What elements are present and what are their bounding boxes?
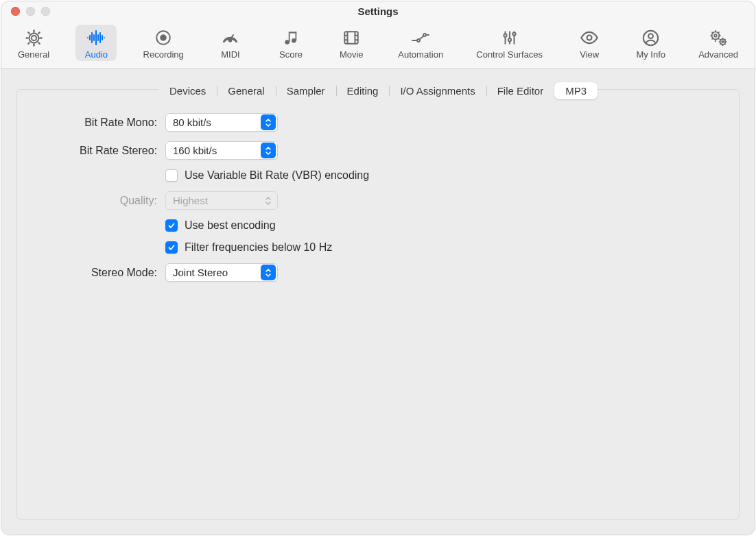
svg-rect-12 <box>344 32 358 43</box>
svg-point-0 <box>32 35 36 40</box>
toolbar-item-control-surfaces[interactable]: Control Surfaces <box>469 25 550 61</box>
stereo-mode-label: Stereo Mode: <box>34 267 157 279</box>
gauge-icon <box>220 27 241 48</box>
gears-icon <box>708 27 729 48</box>
tab-file-editor[interactable]: File Editor <box>486 82 555 99</box>
tab-sampler[interactable]: Sampler <box>276 82 336 99</box>
svg-point-22 <box>714 34 717 37</box>
bit-rate-mono-label: Bit Rate Mono: <box>34 117 157 129</box>
settings-window: Settings General <box>1 1 755 535</box>
svg-rect-8 <box>289 34 290 42</box>
stereo-mode-popup[interactable]: Joint Stereo <box>165 263 278 282</box>
bit-rate-mono-popup[interactable]: 80 kbit/s <box>165 113 278 132</box>
svg-point-15 <box>504 34 506 37</box>
tab-io-assignments[interactable]: I/O Assignments <box>389 82 486 99</box>
best-encoding-checkbox[interactable] <box>165 219 178 232</box>
svg-point-13 <box>417 39 420 42</box>
person-circle-icon <box>641 27 661 48</box>
tab-general[interactable]: General <box>217 82 275 99</box>
waveform-icon <box>86 27 106 48</box>
filter-low-label: Filter frequencies below 10 Hz <box>185 241 332 254</box>
window-controls <box>1 7 50 16</box>
svg-point-6 <box>229 39 231 41</box>
eye-icon <box>579 27 600 48</box>
best-encoding-label: Use best encoding <box>185 219 276 232</box>
toolbar-label: MIDI <box>221 49 239 60</box>
toolbar-item-view[interactable]: View <box>569 25 610 61</box>
film-icon <box>341 27 362 48</box>
titlebar: Settings <box>1 1 755 21</box>
music-notes-icon <box>281 27 301 48</box>
stepper-arrows-icon <box>261 114 276 130</box>
mp3-form: Bit Rate Mono: 80 kbit/s Bit Rate Stereo… <box>34 113 722 282</box>
quality-value: Highest <box>166 195 259 206</box>
tab-editing[interactable]: Editing <box>336 82 390 99</box>
sliders-icon <box>499 27 520 48</box>
svg-point-24 <box>722 41 724 43</box>
toolbar-item-general[interactable]: General <box>11 25 56 61</box>
window-title: Settings <box>1 5 755 17</box>
svg-rect-11 <box>289 32 296 33</box>
bit-rate-stereo-value: 160 kbit/s <box>166 145 259 156</box>
vbr-label: Use Variable Bit Rate (VBR) encoding <box>185 169 369 182</box>
toolbar-label: Automation <box>398 49 443 60</box>
tab-mp3[interactable]: MP3 <box>554 82 598 99</box>
svg-point-18 <box>587 36 592 40</box>
vbr-checkbox[interactable] <box>165 169 178 182</box>
stepper-arrows-icon <box>261 143 276 158</box>
toolbar-item-movie[interactable]: Movie <box>331 25 372 61</box>
zoom-window-button[interactable] <box>41 7 50 16</box>
svg-point-16 <box>508 38 511 41</box>
preferences-toolbar: General Audio Recording <box>1 21 755 69</box>
subtab-bar: Devices General Sampler Editing I/O Assi… <box>158 82 598 99</box>
toolbar-label: General <box>18 49 49 60</box>
bit-rate-mono-value: 80 kbit/s <box>166 117 259 128</box>
svg-point-5 <box>161 35 166 40</box>
toolbar-item-recording[interactable]: Recording <box>137 25 191 61</box>
gear-icon <box>23 27 44 48</box>
bit-rate-stereo-popup[interactable]: 160 kbit/s <box>165 141 278 160</box>
svg-point-3 <box>29 33 38 42</box>
stereo-mode-value: Joint Stereo <box>166 267 259 278</box>
svg-point-20 <box>648 34 653 38</box>
toolbar-item-my-info[interactable]: My Info <box>629 25 672 61</box>
minimize-window-button[interactable] <box>26 7 35 16</box>
svg-point-2 <box>28 32 40 44</box>
toolbar-item-midi[interactable]: MIDI <box>210 25 251 61</box>
automation-curve-icon <box>410 27 431 48</box>
content-area: Devices General Sampler Editing I/O Assi… <box>1 69 755 535</box>
tab-devices[interactable]: Devices <box>158 82 217 99</box>
toolbar-label: Score <box>279 49 303 60</box>
close-window-button[interactable] <box>11 7 20 16</box>
toolbar-item-audio[interactable]: Audio <box>75 25 117 61</box>
toolbar-item-advanced[interactable]: Advanced <box>692 25 745 61</box>
toolbar-item-automation[interactable]: Automation <box>391 25 450 61</box>
svg-point-17 <box>512 32 515 35</box>
toolbar-label: View <box>580 49 599 60</box>
filter-low-checkbox[interactable] <box>165 241 178 254</box>
quality-popup: Highest <box>165 191 278 210</box>
toolbar-label: Audio <box>85 49 108 60</box>
quality-label: Quality: <box>34 195 157 207</box>
toolbar-label: Movie <box>340 49 364 60</box>
toolbar-label: Recording <box>143 49 184 60</box>
toolbar-label: Control Surfaces <box>476 49 543 60</box>
svg-point-14 <box>423 34 426 36</box>
mp3-settings-panel: Bit Rate Mono: 80 kbit/s Bit Rate Stereo… <box>16 89 740 520</box>
stepper-arrows-icon <box>261 265 276 280</box>
toolbar-label: My Info <box>636 49 665 60</box>
stepper-arrows-icon <box>261 193 276 208</box>
bit-rate-stereo-label: Bit Rate Stereo: <box>34 145 157 157</box>
toolbar-item-score[interactable]: Score <box>270 25 311 61</box>
record-icon <box>153 27 174 48</box>
toolbar-label: Advanced <box>698 49 738 60</box>
